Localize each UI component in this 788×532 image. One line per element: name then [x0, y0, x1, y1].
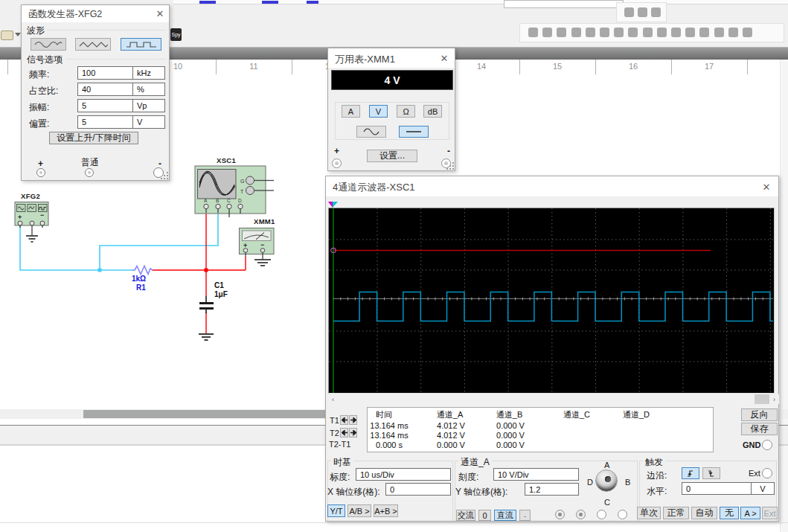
resistor-ref-label[interactable]: R1 [136, 283, 146, 292]
osc-gnd-terminal[interactable] [762, 440, 772, 450]
osc-scroll-thumb[interactable] [755, 394, 769, 404]
osc-trig-auto-button[interactable]: 自动 [691, 507, 717, 519]
mm-titlebar[interactable]: 万用表-XMM1 ✕ [328, 48, 455, 68]
osc-trig-ext-radio[interactable] [762, 468, 772, 478]
osc-ch-select-b[interactable] [576, 510, 586, 519]
fgen-plus-terminal[interactable] [36, 168, 45, 177]
fgen-rise-fall-button[interactable]: 设置上升/下降时间 [49, 132, 138, 144]
resistor-value-label[interactable]: 1kΩ [132, 275, 146, 283]
mm-close-icon[interactable]: ✕ [438, 53, 450, 64]
fgen-offset-unit[interactable]: V [132, 115, 165, 129]
osc-trig-level-input[interactable]: 0 [682, 482, 752, 495]
trigger-position-marker[interactable] [328, 202, 340, 208]
fgen-duty-label: 占空比: [29, 85, 58, 97]
osc-ch-select-c[interactable] [597, 510, 606, 519]
mm-mode-v-button[interactable]: V [369, 105, 388, 118]
osc-ch-ypos-input[interactable]: 1.2 [525, 483, 579, 496]
osc-t2-left-button[interactable] [340, 428, 348, 438]
fgen-offset-input[interactable]: 5 [77, 115, 133, 129]
osc-titlebar[interactable]: 4通道示波器-XSC1 ✕ [326, 176, 778, 196]
readout-value: 4.012 V [437, 431, 465, 440]
osc-tb-xpos-input[interactable]: 0 [385, 483, 451, 496]
triangle-wave-button[interactable] [75, 38, 111, 51]
ac-sine-icon [363, 128, 379, 135]
capacitor-c1[interactable] [199, 296, 214, 313]
osc-ch-ac-button[interactable]: 交流 [456, 510, 475, 521]
osc-ch-zero-button[interactable]: 0 [478, 510, 491, 521]
osc-trig-level-unit[interactable]: V [751, 482, 775, 495]
osc-trig-normal-button[interactable]: 正常 [663, 507, 689, 519]
osc-ch-select-a[interactable] [555, 510, 565, 519]
osc-ch-select-d[interactable] [618, 510, 627, 519]
osc-tb-yt-button[interactable]: Y/T [327, 504, 345, 517]
sine-wave-button[interactable] [31, 38, 66, 51]
square-wave-button[interactable] [121, 38, 161, 51]
ground-under-mm[interactable] [254, 260, 271, 266]
osc-trig-ext-button[interactable]: Ext [762, 507, 778, 519]
osc-trig-none-button[interactable]: 无 [720, 507, 739, 519]
osc-t2-right-button[interactable] [349, 428, 357, 438]
svg-text:G: G [240, 179, 244, 184]
ground-under-fg[interactable] [26, 236, 38, 242]
ground-under-c1[interactable] [199, 334, 214, 340]
fgen-common-terminal[interactable] [85, 168, 94, 177]
mm-ac-button[interactable] [356, 126, 386, 138]
osc-trig-a-button[interactable]: A > [740, 507, 760, 519]
osc-ch-select-b-dot [579, 513, 583, 516]
fgen-freq-unit[interactable]: kHz [132, 66, 165, 80]
osc-trig-level-label: 水平: [647, 485, 667, 498]
mm-mode-ohm-button[interactable]: Ω [397, 105, 415, 118]
osc-trig-rising-button[interactable] [682, 467, 699, 479]
osc-reverse-button[interactable]: 反向 [741, 408, 778, 421]
fgen-resize-grip[interactable] [161, 172, 168, 179]
fgen-plus-terminal-dot [39, 171, 42, 174]
osc-channel-knob[interactable] [595, 469, 618, 492]
fgen-plus-label: + [38, 158, 43, 169]
right-arrow-icon [350, 430, 356, 436]
fgen-amp-input[interactable]: 5 [77, 99, 133, 112]
osc-ch-scale-input[interactable]: 10 V/Div [493, 468, 579, 481]
mm-settings-button[interactable]: 设置... [367, 150, 417, 162]
mm-dc-button[interactable] [399, 126, 429, 138]
osc-tb-scale-input[interactable]: 10 us/Div [356, 468, 451, 481]
osc-close-icon[interactable]: ✕ [760, 182, 772, 193]
osc-ch-minus-button[interactable]: - [519, 510, 531, 521]
mm-mode-a-button[interactable]: A [342, 105, 360, 118]
fgen-duty-unit[interactable]: % [132, 83, 165, 96]
osc-tb-ab-button[interactable]: A/B > [347, 504, 371, 517]
fgen-freq-label: 频率: [29, 68, 49, 81]
resistor-r1[interactable] [132, 266, 153, 275]
osc-scroll-right-icon[interactable]: › [769, 394, 779, 404]
osc-t1-left-button[interactable] [340, 415, 348, 425]
mm-resize-grip[interactable] [446, 162, 454, 170]
mm-plus-terminal[interactable] [332, 158, 342, 168]
scope-component[interactable]: G T A B C D [195, 166, 274, 217]
osc-trig-falling-button[interactable] [702, 467, 720, 479]
osc-scroll-left-icon[interactable]: ‹ [328, 394, 338, 404]
mm-minus-label: - [447, 146, 450, 156]
osc-ch-ypos-label: Y 轴位移(格): [455, 486, 507, 499]
fg-ref-label[interactable]: XFG2 [21, 192, 40, 200]
wire-node-to-scope-b[interactable] [100, 211, 218, 270]
fgen-freq-input[interactable]: 100 [77, 66, 133, 80]
capacitor-ref-label[interactable]: C1 [214, 281, 224, 289]
fgen-titlebar[interactable]: 函数发生器-XFG2 ✕ [22, 5, 169, 22]
osc-knob-label-c: C [604, 498, 610, 507]
falling-edge-icon [707, 469, 716, 478]
fgen-close-icon[interactable]: ✕ [154, 8, 166, 19]
fgen-amp-unit[interactable]: Vp [132, 99, 165, 112]
fgen-signal-section-label: 信号选项 [27, 54, 63, 66]
osc-ch-dc-button[interactable]: 直流 [494, 510, 516, 521]
mm-mode-db-button[interactable]: dB [423, 105, 442, 118]
osc-save-button[interactable]: 保存 [741, 423, 778, 435]
capacitor-value-label[interactable]: 1μF [214, 290, 228, 298]
osc-screen-scrollbar[interactable]: ‹ › [328, 394, 779, 404]
osc-t1-right-button[interactable] [349, 415, 357, 425]
mm-ref-label[interactable]: XMM1 [254, 217, 275, 225]
osc-trig-single-button[interactable]: 单次 [637, 507, 661, 519]
mm-component[interactable]: + − [240, 228, 275, 260]
scope-ref-label[interactable]: XSC1 [217, 156, 236, 164]
fgen-duty-input[interactable]: 40 [77, 83, 133, 96]
osc-tb-apb-button[interactable]: A+B > [374, 504, 398, 517]
wire-fg-to-node[interactable] [20, 226, 132, 270]
